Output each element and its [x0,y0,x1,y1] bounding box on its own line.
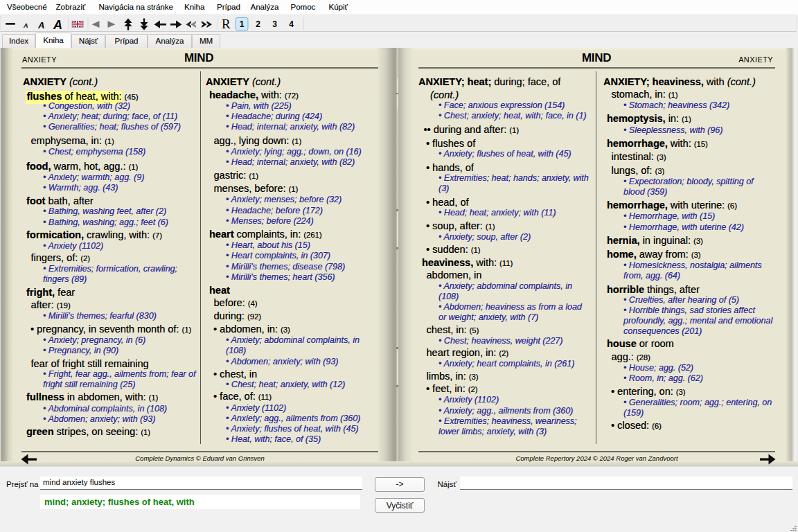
svg-text:2: 2 [256,19,260,29]
svg-text:A: A [53,18,62,32]
svg-text:3: 3 [272,19,277,29]
svg-text:1: 1 [240,19,245,29]
svg-text:A: A [37,20,44,30]
svg-text:4: 4 [289,19,294,29]
svg-text:R: R [222,17,231,31]
svg-text:A: A [23,22,28,29]
